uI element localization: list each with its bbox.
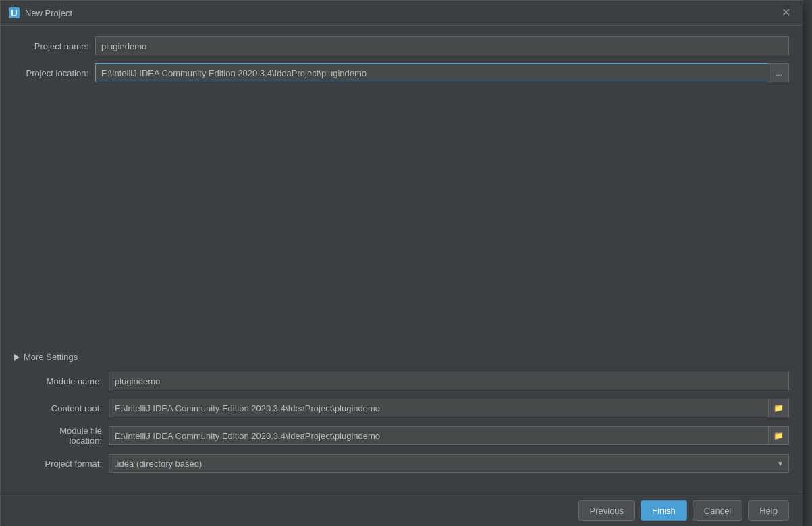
dialog-footer: Previous Finish Cancel Help xyxy=(1,492,803,526)
dialog-content: Project name: Project location: ... More… xyxy=(1,26,803,492)
folder-icon: 📁 xyxy=(774,403,784,413)
more-settings-label: More Settings xyxy=(24,352,78,362)
project-location-input-group: ... xyxy=(95,63,789,82)
dialog-title-text: New Project xyxy=(25,8,72,18)
dialog-backdrop: U New Project ✕ Project name: Project lo… xyxy=(0,0,812,526)
content-root-browse-button[interactable]: 📁 xyxy=(768,399,789,417)
content-root-input-group: 📁 xyxy=(109,399,789,417)
module-file-location-label: Module file location: xyxy=(28,426,109,446)
help-button[interactable]: Help xyxy=(748,500,789,521)
module-file-location-browse-button[interactable]: 📁 xyxy=(768,426,789,445)
more-settings-inner: Module name: Content root: 📁 xyxy=(14,372,789,473)
project-name-label: Project name: xyxy=(14,41,95,51)
module-name-input[interactable] xyxy=(109,372,789,390)
dialog-title-icon: U xyxy=(9,7,20,18)
cancel-button[interactable]: Cancel xyxy=(693,500,742,521)
content-root-row: Content root: 📁 xyxy=(28,399,789,417)
project-format-label: Project format: xyxy=(28,459,109,469)
project-format-select-wrapper: .idea (directory based) Eclipse (.classp… xyxy=(109,454,789,473)
project-location-input[interactable] xyxy=(95,63,769,82)
module-name-label: Module name: xyxy=(28,376,109,386)
close-button[interactable]: ✕ xyxy=(778,6,794,20)
folder-icon-2: 📁 xyxy=(774,431,784,440)
browse-button[interactable]: ... xyxy=(769,63,789,82)
project-format-select[interactable]: .idea (directory based) Eclipse (.classp… xyxy=(109,454,789,473)
project-location-label: Project location: xyxy=(14,68,95,78)
finish-button[interactable]: Finish xyxy=(641,500,687,521)
more-settings-toggle[interactable]: More Settings xyxy=(14,349,789,365)
project-location-row: Project location: ... xyxy=(14,63,789,82)
module-file-location-input[interactable] xyxy=(109,426,768,445)
content-root-input[interactable] xyxy=(109,399,768,417)
project-name-input[interactable] xyxy=(95,36,789,55)
new-project-dialog: U New Project ✕ Project name: Project lo… xyxy=(0,0,803,526)
triangle-icon xyxy=(14,354,20,361)
empty-area xyxy=(14,90,789,347)
dialog-title-area: U New Project xyxy=(9,7,72,18)
module-file-location-row: Module file location: 📁 xyxy=(28,426,789,446)
project-name-row: Project name: xyxy=(14,36,789,55)
more-settings-section: More Settings Module name: Content root: xyxy=(14,349,789,473)
content-root-label: Content root: xyxy=(28,403,109,413)
project-format-row: Project format: .idea (directory based) … xyxy=(28,454,789,473)
module-file-location-input-group: 📁 xyxy=(109,426,789,445)
module-name-row: Module name: xyxy=(28,372,789,390)
dialog-titlebar: U New Project ✕ xyxy=(1,1,803,26)
previous-button[interactable]: Previous xyxy=(578,500,636,521)
